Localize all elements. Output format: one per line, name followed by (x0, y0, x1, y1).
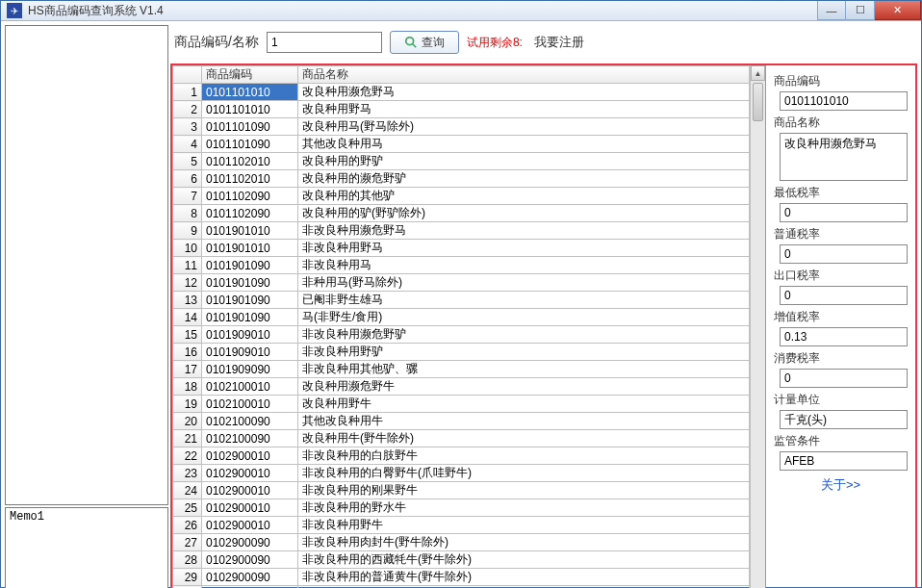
cell-name[interactable]: 马(非野生/食用) (298, 309, 750, 326)
cell-name[interactable]: 其他改良种用马 (298, 136, 750, 153)
table-row[interactable]: 110101901090非改良种用马 (173, 257, 750, 274)
cell-code[interactable]: 0102900010 (202, 447, 298, 465)
cell-code[interactable]: 0101101090 (202, 118, 298, 136)
detail-unit-value[interactable] (780, 410, 908, 429)
cell-name[interactable]: 改良种用牛(野牛除外) (298, 430, 750, 447)
cell-code[interactable]: 0101901090 (202, 257, 298, 274)
table-row[interactable]: 230102900010非改良种用的白臀野牛(爪哇野牛) (173, 465, 750, 482)
cell-name[interactable]: 非改良种用其他驴、骡 (298, 361, 750, 378)
cell-code[interactable]: 0101901090 (202, 292, 298, 309)
memo-panel[interactable]: Memo1 (5, 507, 168, 588)
table-row[interactable]: 70101102090改良种用的其他驴 (173, 188, 750, 205)
cell-name[interactable]: 其他改良种用牛 (298, 413, 750, 430)
cell-code[interactable]: 0102100010 (202, 396, 298, 413)
detail-exportrate-value[interactable] (780, 286, 908, 305)
cell-name[interactable]: 非改良种用的普通黄牛(野牛除外) (298, 569, 750, 586)
cell-code[interactable]: 0101101010 (202, 84, 298, 101)
cell-name[interactable]: 非改良种用濒危野驴 (298, 326, 750, 344)
cell-code[interactable]: 0101101090 (202, 136, 298, 153)
cell-name[interactable]: 非改良种用的西藏牦牛(野牛除外) (298, 551, 750, 569)
detail-consume-value[interactable] (780, 369, 908, 388)
table-row[interactable]: 130101901090已阉非野生雄马 (173, 292, 750, 309)
col-rownum[interactable] (173, 66, 202, 84)
cell-code[interactable]: 0101901090 (202, 309, 298, 326)
cell-name[interactable]: 非改良种用肉封牛(野牛除外) (298, 534, 750, 551)
cell-code[interactable]: 0101901090 (202, 274, 298, 292)
cell-name[interactable]: 非改良种用马 (298, 257, 750, 274)
table-row[interactable]: 200102100090其他改良种用牛 (173, 413, 750, 430)
detail-normalrate-value[interactable] (780, 244, 908, 264)
cell-code[interactable]: 0102100090 (202, 430, 298, 447)
tree-panel[interactable] (5, 25, 168, 505)
titlebar[interactable]: ✈ HS商品编码查询系统 V1.4 — ☐ ✕ (1, 1, 921, 21)
maximize-button[interactable]: ☐ (846, 1, 875, 20)
detail-name-value[interactable] (780, 133, 908, 181)
search-button[interactable]: 查询 (390, 31, 459, 54)
cell-name[interactable]: 非改良种用的白臀野牛(爪哇野牛) (298, 465, 750, 482)
cell-name[interactable]: 改良种用的其他驴 (298, 188, 750, 205)
table-row[interactable]: 190102100010改良种用野牛 (173, 396, 750, 413)
cell-name[interactable]: 改良种用野牛 (298, 396, 750, 413)
detail-minrate-value[interactable] (780, 203, 908, 222)
table-row[interactable]: 260102900010非改良种用野牛 (173, 517, 750, 534)
table-row[interactable]: 140101901090马(非野生/食用) (173, 309, 750, 326)
cell-code[interactable]: 0101901010 (202, 222, 298, 240)
cell-name[interactable]: 非改良种用濒危野马 (298, 222, 750, 240)
table-row[interactable]: 180102100010改良种用濒危野牛 (173, 378, 750, 396)
cell-name[interactable]: 改良种用的濒危野驴 (298, 170, 750, 188)
scroll-up-button[interactable]: ▲ (751, 65, 765, 81)
table-row[interactable]: 250102900010非改良种用的野水牛 (173, 499, 750, 517)
detail-code-value[interactable] (780, 91, 908, 111)
about-link[interactable]: 关于>> (774, 476, 908, 494)
table-row[interactable]: 290102900090非改良种用的普通黄牛(野牛除外) (173, 569, 750, 586)
table-row[interactable]: 150101909010非改良种用濒危野驴 (173, 326, 750, 344)
cell-name[interactable]: 非改良种用野驴 (298, 344, 750, 361)
cell-code[interactable]: 0102900010 (202, 499, 298, 517)
cell-code[interactable]: 0102900090 (202, 534, 298, 551)
cell-name[interactable]: 改良种用马(野马除外) (298, 118, 750, 136)
cell-code[interactable]: 0101909010 (202, 326, 298, 344)
cell-code[interactable]: 0101909010 (202, 344, 298, 361)
table-row[interactable]: 30101101090改良种用马(野马除外) (173, 118, 750, 136)
detail-vat-value[interactable] (780, 327, 908, 346)
cell-name[interactable]: 非改良种用的白肢野牛 (298, 447, 750, 465)
detail-supervise-value[interactable] (780, 451, 908, 471)
table-row[interactable]: 80101102090改良种用的驴(野驴除外) (173, 205, 750, 222)
cell-code[interactable]: 0102900090 (202, 569, 298, 586)
table-row[interactable]: 270102900090非改良种用肉封牛(野牛除外) (173, 534, 750, 551)
col-name[interactable]: 商品名称 (298, 66, 750, 84)
table-row[interactable]: 20101101010改良种用野马 (173, 101, 750, 118)
minimize-button[interactable]: — (817, 1, 846, 20)
table-row[interactable]: 210102100090改良种用牛(野牛除外) (173, 430, 750, 447)
vertical-scrollbar[interactable]: ▲ ▼ (750, 65, 765, 588)
table-row[interactable]: 50101102010改良种用的野驴 (173, 153, 750, 170)
cell-code[interactable]: 0102900010 (202, 517, 298, 534)
cell-name[interactable]: 已阉非野生雄马 (298, 292, 750, 309)
table-row[interactable]: 40101101090其他改良种用马 (173, 136, 750, 153)
grid-body[interactable]: 商品编码 商品名称 10101101010改良种用濒危野马20101101010… (172, 65, 750, 588)
table-row[interactable]: 100101901010非改良种用野马 (173, 240, 750, 257)
cell-name[interactable]: 改良种用濒危野牛 (298, 378, 750, 396)
cell-code[interactable]: 0101901010 (202, 240, 298, 257)
cell-code[interactable]: 0102900010 (202, 465, 298, 482)
cell-name[interactable]: 非改良种用野马 (298, 240, 750, 257)
cell-name[interactable]: 非种用马(野马除外) (298, 274, 750, 292)
close-button[interactable]: ✕ (875, 1, 921, 20)
cell-code[interactable]: 0102900010 (202, 482, 298, 499)
table-row[interactable]: 240102900010非改良种用的刚果野牛 (173, 482, 750, 499)
table-row[interactable]: 120101901090非种用马(野马除外) (173, 274, 750, 292)
register-link[interactable]: 我要注册 (534, 34, 584, 51)
cell-code[interactable]: 0101102090 (202, 205, 298, 222)
cell-code[interactable]: 0101102010 (202, 170, 298, 188)
cell-name[interactable]: 非改良种用的野水牛 (298, 499, 750, 517)
cell-code[interactable]: 0101102090 (202, 188, 298, 205)
cell-name[interactable]: 改良种用野马 (298, 101, 750, 118)
cell-code[interactable]: 0102100010 (202, 378, 298, 396)
table-row[interactable]: 160101909010非改良种用野驴 (173, 344, 750, 361)
cell-name[interactable]: 非改良种用野牛 (298, 517, 750, 534)
table-row[interactable]: 280102900090非改良种用的西藏牦牛(野牛除外) (173, 551, 750, 569)
table-row[interactable]: 10101101010改良种用濒危野马 (173, 84, 750, 101)
cell-code[interactable]: 0102100090 (202, 413, 298, 430)
table-row[interactable]: 90101901010非改良种用濒危野马 (173, 222, 750, 240)
cell-code[interactable]: 0101101010 (202, 101, 298, 118)
